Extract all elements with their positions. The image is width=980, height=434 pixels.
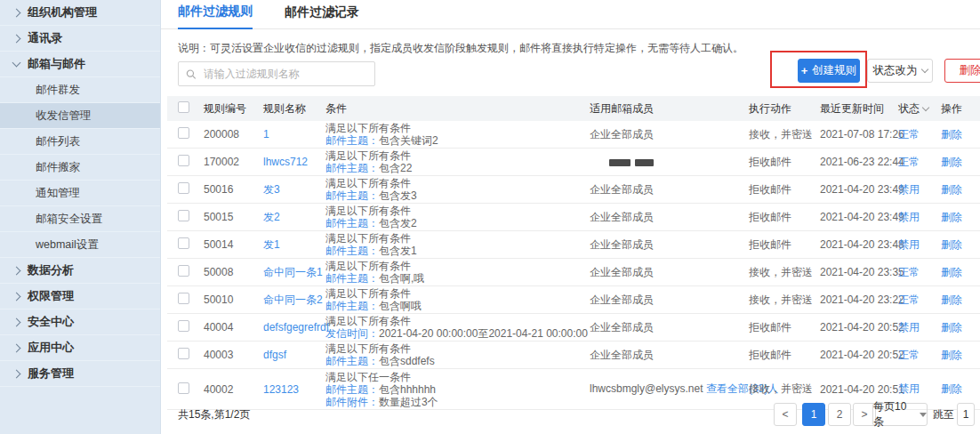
sidebar-subitem-通知管理[interactable]: 通知管理 (0, 181, 160, 206)
rule-name-link[interactable]: 发2 (263, 210, 325, 225)
status-link[interactable]: 禁用 (898, 210, 941, 225)
delete-row-link[interactable]: 删除 (941, 237, 980, 253)
rule-name-link[interactable]: defsfgegrefrdf (263, 321, 325, 334)
condition-type-label: 邮件主题： (325, 134, 379, 147)
rule-name-link[interactable]: 123123 (263, 383, 325, 396)
delete-row-link[interactable]: 删除 (941, 382, 980, 397)
search-input-wrapper (178, 61, 375, 86)
row-checkbox-cell (167, 293, 204, 307)
row-checkbox[interactable] (178, 237, 189, 249)
main-content: 邮件过滤规则 邮件过滤记录 说明：可灵活设置企业收信的过滤规则，指定成员收发信阶… (161, 0, 980, 434)
delete-row-link[interactable]: 删除 (941, 293, 980, 308)
sidebar-item-label: 数据分析 (28, 262, 74, 278)
updated-time-cell: 2021-04-20 20:51 (820, 383, 898, 396)
delete-row-link[interactable]: 删除 (941, 155, 980, 170)
column-header: 规则名称 (263, 101, 325, 117)
condition-intro: 满足以下所有条件 (325, 232, 590, 245)
sidebar-item-组织机构管理[interactable]: 组织机构管理 (0, 0, 160, 26)
sidebar-item-安全中心[interactable]: 安全中心 (0, 309, 160, 335)
action-cell: 拒收邮件 (749, 210, 820, 225)
rule-name-link[interactable]: 命中同一条2 (263, 293, 325, 308)
sidebar-item-服务管理[interactable]: 服务管理 (0, 361, 160, 387)
sidebar-item-邮箱与邮件[interactable]: 邮箱与邮件 (0, 52, 160, 77)
sidebar-item-应用中心[interactable]: 应用中心 (0, 335, 160, 361)
jump-page-input[interactable] (957, 403, 975, 426)
search-icon (186, 68, 197, 80)
delete-row-link[interactable]: 删除 (941, 348, 980, 363)
status-link[interactable]: 正常 (898, 265, 941, 280)
row-checkbox[interactable] (178, 155, 189, 166)
delete-button[interactable]: 删除 (944, 59, 980, 83)
status-link[interactable]: 正常 (898, 127, 941, 142)
column-header-label: 状态 (898, 101, 920, 117)
delete-row-link[interactable]: 删除 (941, 127, 980, 142)
row-checkbox[interactable] (178, 348, 189, 359)
row-checkbox[interactable] (178, 320, 189, 332)
row-checkbox[interactable] (178, 265, 189, 277)
column-header: 最近更新时间 (820, 101, 898, 117)
status-link[interactable]: 正常 (898, 155, 941, 170)
tab-mail-filter-records[interactable]: 邮件过滤记录 (285, 4, 359, 28)
rule-name-link[interactable]: 命中同一条1 (263, 265, 325, 280)
caret-down-icon (920, 413, 927, 417)
tab-mail-filter-rules[interactable]: 邮件过滤规则 (178, 4, 253, 29)
member-text: 企业全部成员 (590, 183, 654, 196)
rule-name-link[interactable]: lhwcs712 (263, 156, 325, 168)
rule-name-link[interactable]: 发1 (263, 237, 325, 253)
row-checkbox[interactable] (178, 182, 189, 194)
status-change-dropdown[interactable]: 状态改为 (867, 59, 933, 83)
condition-type-label: 邮件主题： (325, 162, 379, 174)
delete-row-link[interactable]: 删除 (941, 320, 980, 335)
column-header-status[interactable]: 状态 (898, 101, 941, 117)
create-rule-button[interactable]: + 创建规则 (798, 59, 860, 83)
table-row: 2000081满足以下所有条件邮件主题：包含关键词2企业全部成员接收，并密送20… (167, 121, 980, 149)
row-checkbox-cell (167, 382, 204, 397)
delete-row-link[interactable]: 删除 (941, 265, 980, 280)
status-link[interactable]: 禁用 (898, 382, 941, 397)
status-link[interactable]: 正常 (898, 348, 941, 363)
status-link[interactable]: 禁用 (898, 320, 941, 335)
page-button-2[interactable]: 2 (828, 403, 851, 426)
table-row: 50014发1满足以下所有条件邮件主题：包含发1企业全部成员拒收邮件2021-0… (167, 231, 980, 259)
jump-to-label: 跳至 (933, 407, 954, 422)
prev-page-button[interactable]: < (774, 403, 797, 426)
delete-row-link[interactable]: 删除 (941, 210, 980, 225)
row-checkbox[interactable] (178, 293, 189, 304)
rule-name-link[interactable]: 1 (263, 128, 325, 141)
sidebar-subitem-webmail设置[interactable]: webmail设置 (0, 232, 160, 258)
sidebar-subitem-邮件群发[interactable]: 邮件群发 (0, 77, 160, 103)
condition-intro: 满足以下任一条件 (325, 371, 590, 383)
rule-name-link[interactable]: dfgsf (263, 349, 325, 361)
rule-name-link[interactable]: 发3 (263, 182, 325, 197)
search-input[interactable] (202, 67, 367, 81)
status-link[interactable]: 禁用 (898, 182, 941, 197)
row-checkbox[interactable] (178, 210, 189, 221)
page-size-select[interactable]: 每页10条 (872, 403, 928, 426)
redacted-bar (635, 159, 654, 166)
condition-type-label: 邮件主题： (325, 217, 379, 229)
sidebar-subitem-邮箱安全设置[interactable]: 邮箱安全设置 (0, 206, 160, 232)
member-text: 企业全部成员 (590, 211, 654, 223)
updated-time-cell: 2021-04-20 23:22 (820, 293, 898, 306)
delete-row-link[interactable]: 删除 (941, 182, 980, 197)
sidebar-subitem-收发信管理[interactable]: 收发信管理 (0, 103, 160, 129)
member-text: 企业全部成员 (590, 349, 654, 361)
sidebar-subitem-邮件列表[interactable]: 邮件列表 (0, 129, 160, 155)
sidebar-subitem-邮件搬家[interactable]: 邮件搬家 (0, 155, 160, 181)
action-cell: 接收，并密送 (749, 265, 820, 280)
sidebar-item-通讯录[interactable]: 通讯录 (0, 26, 160, 52)
table-row: 40003dfgsf满足以下所有条件邮件主题：包含sddfefs企业全部成员拒收… (167, 342, 980, 369)
sidebar-item-数据分析[interactable]: 数据分析 (0, 258, 160, 284)
condition-value: 包含关键词2 (379, 134, 438, 147)
member-text: 企业全部成员 (590, 238, 654, 251)
status-link[interactable]: 正常 (898, 293, 941, 308)
sidebar-item-权限管理[interactable]: 权限管理 (0, 284, 160, 309)
condition-intro: 满足以下所有条件 (325, 122, 590, 134)
status-link[interactable]: 禁用 (898, 237, 941, 253)
select-all-checkbox[interactable] (178, 101, 189, 113)
row-checkbox[interactable] (178, 127, 189, 139)
rule-id-cell: 50010 (204, 293, 263, 306)
rule-id-cell: 40003 (204, 349, 263, 361)
row-checkbox[interactable] (178, 382, 189, 394)
page-button-1[interactable]: 1 (802, 403, 825, 426)
